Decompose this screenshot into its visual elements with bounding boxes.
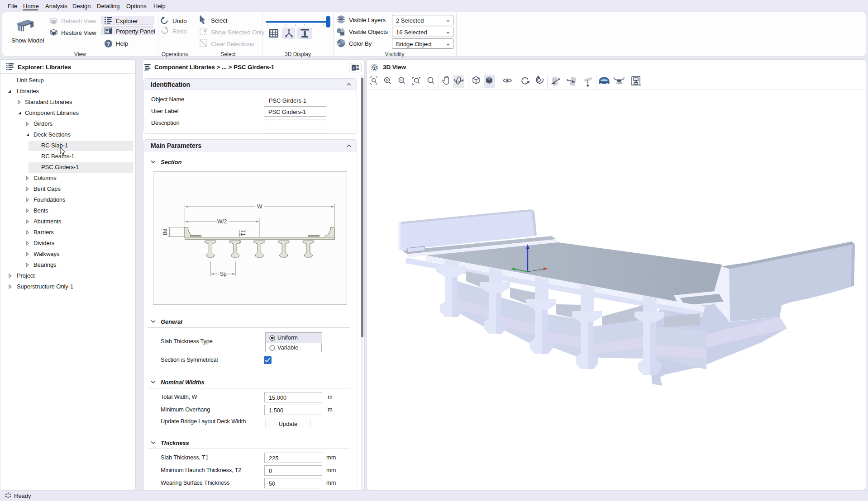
svg-text:?: ? [107, 41, 110, 47]
svg-text:Bd: Bd [162, 229, 168, 236]
svg-text:T1: T1 [240, 230, 247, 236]
svg-text:W/2: W/2 [217, 218, 227, 225]
svg-text:x: x [353, 66, 355, 70]
svg-text:Sp: Sp [220, 271, 227, 277]
svg-text:W: W [257, 203, 262, 210]
